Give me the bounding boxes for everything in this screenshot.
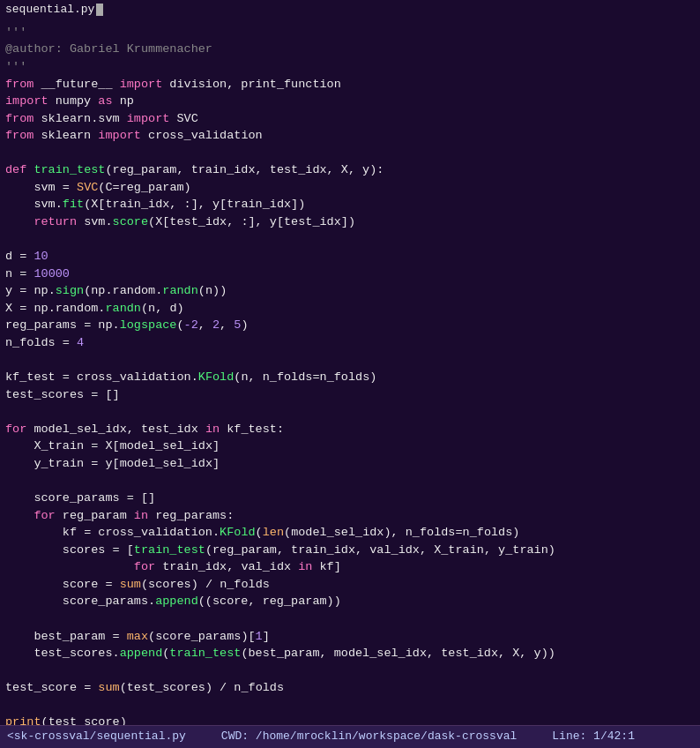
title-bar: sequential.py: [0, 0, 700, 20]
title-bar-filename: sequential.py: [5, 2, 94, 19]
title-bar-cursor: [96, 4, 103, 16]
editor: sequential.py ''' @author: Gabriel Krumm…: [0, 0, 700, 748]
status-file: <sk-crossval/sequential.py: [7, 729, 186, 745]
status-line: Line: 1/42:1: [552, 729, 635, 745]
status-cwd: CWD: /home/mrocklin/workspace/dask-cross…: [221, 729, 517, 745]
status-bar: <sk-crossval/sequential.py CWD: /home/mr…: [0, 725, 700, 748]
code-area[interactable]: ''' @author: Gabriel Krummenacher ''' fr…: [0, 20, 700, 725]
